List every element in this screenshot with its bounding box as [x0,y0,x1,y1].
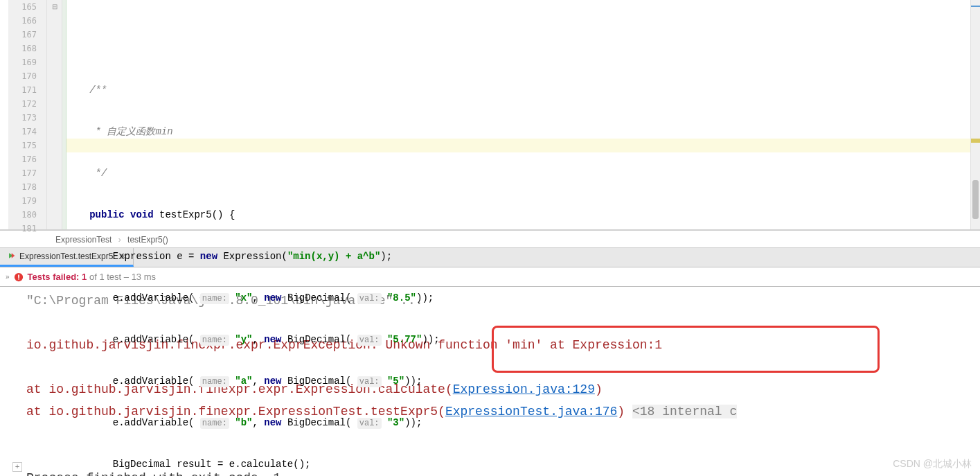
line-number: 174 [21,127,37,136]
line-number: 175 [21,141,37,150]
line-number: 172 [21,99,37,109]
chevron-right-icon[interactable]: » [6,273,10,281]
internal-frames[interactable]: <18 internal c [632,405,737,418]
process-exit-line: Process finished with exit code -1 [26,471,280,476]
svg-rect-7 [18,279,19,280]
line-number: 167 [21,30,37,39]
stack-line: at io.github.jarvisjin.finexpr.Expressio… [26,405,445,418]
source-link[interactable]: ExpressionTest.java:176 [445,405,617,418]
line-number: 176 [21,155,37,164]
line-number: 165 [21,2,37,12]
line-number: 178 [21,182,37,192]
scrollbar-marker [971,139,980,143]
line-number: 179 [21,196,37,206]
scrollbar-marker [971,6,980,7]
line-number: 168 [21,44,37,53]
left-margin [0,0,8,229]
editor-scrollbar[interactable] [970,0,980,229]
line-number: 166 [21,16,37,26]
error-icon [14,272,24,283]
source-link[interactable]: Expression.java:129 [453,382,595,396]
svg-marker-4 [12,253,15,258]
line-number: 177 [21,168,37,178]
watermark: CSDN @北城小林 [893,458,972,470]
gutter-icons: ⊟ [47,0,62,229]
line-number: 181 [21,224,37,233]
test-icon [7,252,15,262]
gutter[interactable]: 165 166 167 168 169 170 171 172 173 174 … [8,0,47,229]
line-number: 173 [21,113,37,123]
fold-icon[interactable]: ⊟ [52,0,57,14]
line-number: 169 [21,58,37,67]
expand-icon[interactable]: + [12,462,22,472]
line-number: 170 [21,71,37,81]
line-number: 171 [21,85,37,95]
code-area[interactable]: /** * 自定义函数min */ public void testExpr5(… [66,0,970,229]
line-number: 180 [21,210,37,220]
code-editor[interactable]: 165 166 167 168 169 170 171 172 173 174 … [0,0,980,230]
svg-rect-6 [18,275,19,278]
scrollbar-thumb[interactable] [972,180,979,219]
